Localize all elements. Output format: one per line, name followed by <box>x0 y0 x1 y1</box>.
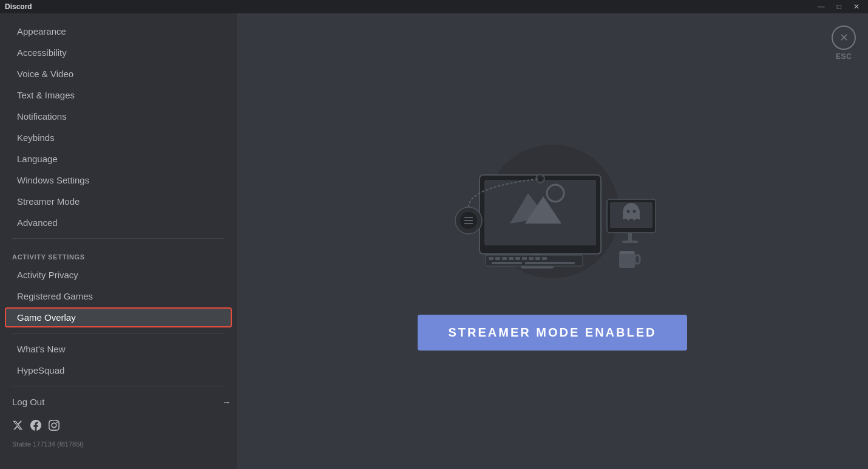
sidebar-item-windows-settings[interactable]: Windows Settings <box>5 170 232 190</box>
svg-rect-13 <box>622 241 638 243</box>
esc-button[interactable]: ✕ ESC <box>832 26 856 61</box>
sidebar: Appearance Accessibility Voice & Video T… <box>0 13 237 469</box>
svg-point-17 <box>628 219 634 225</box>
svg-rect-27 <box>522 257 527 260</box>
svg-rect-39 <box>635 255 640 264</box>
main-content: ✕ ESC <box>237 13 868 469</box>
instagram-icon[interactable] <box>49 420 59 433</box>
esc-circle[interactable]: ✕ <box>832 26 856 50</box>
sidebar-item-appearance[interactable]: Appearance <box>5 21 232 41</box>
close-button[interactable]: ✕ <box>850 2 863 11</box>
sidebar-item-registered-games[interactable]: Registered Games <box>5 286 232 306</box>
svg-point-16 <box>622 219 628 225</box>
svg-rect-12 <box>628 233 632 241</box>
svg-rect-22 <box>489 257 493 260</box>
sidebar-item-activity-privacy[interactable]: Activity Privacy <box>5 265 232 285</box>
svg-rect-31 <box>492 262 522 264</box>
window-controls: — □ ✕ <box>814 2 863 11</box>
sidebar-item-whats-new[interactable]: What's New <box>5 339 232 359</box>
twitter-icon[interactable] <box>12 420 23 433</box>
svg-rect-25 <box>509 257 514 260</box>
logout-button[interactable]: Log Out → <box>0 392 237 412</box>
divider-bottom <box>12 333 225 334</box>
svg-rect-21 <box>486 255 583 266</box>
svg-rect-28 <box>529 257 534 260</box>
logout-icon: → <box>222 397 231 407</box>
svg-rect-29 <box>535 257 540 260</box>
svg-rect-26 <box>515 257 520 260</box>
streamer-illustration <box>431 132 674 290</box>
facebook-icon[interactable] <box>30 420 41 433</box>
app-title: Discord <box>5 2 32 11</box>
sidebar-item-keybinds[interactable]: Keybinds <box>5 128 232 148</box>
svg-rect-24 <box>502 257 507 260</box>
divider-activity <box>12 238 225 239</box>
sidebar-item-advanced[interactable]: Advanced <box>5 213 232 233</box>
svg-rect-40 <box>620 251 634 254</box>
sidebar-item-game-overlay[interactable]: Game Overlay <box>5 307 232 327</box>
svg-rect-30 <box>542 257 547 260</box>
svg-rect-32 <box>525 262 575 264</box>
titlebar: Discord — □ ✕ <box>0 0 868 13</box>
streamer-mode-enabled-button[interactable]: STREAMER MODE ENABLED <box>418 315 687 351</box>
sidebar-item-streamer-mode[interactable]: Streamer Mode <box>5 191 232 211</box>
social-icons-container <box>0 415 237 438</box>
sidebar-item-notifications[interactable]: Notifications <box>5 106 232 126</box>
minimize-button[interactable]: — <box>814 2 829 11</box>
sidebar-item-text-images[interactable]: Text & Images <box>5 85 232 105</box>
maximize-button[interactable]: □ <box>833 2 845 11</box>
esc-label: ESC <box>836 52 852 61</box>
svg-point-18 <box>634 219 640 225</box>
svg-point-20 <box>633 210 636 213</box>
svg-rect-23 <box>495 257 500 260</box>
svg-point-19 <box>627 210 630 213</box>
sidebar-item-voice-video[interactable]: Voice & Video <box>5 64 232 84</box>
activity-settings-label: Activity Settings <box>0 244 237 263</box>
divider-logout <box>12 386 225 386</box>
sidebar-item-accessibility[interactable]: Accessibility <box>5 43 232 63</box>
sidebar-item-language[interactable]: Language <box>5 149 232 169</box>
streamer-illustration-container <box>431 132 674 290</box>
sidebar-item-hypesquad[interactable]: HypeSquad <box>5 360 232 380</box>
app-container: Appearance Accessibility Voice & Video T… <box>0 0 868 469</box>
version-label: Stable 177134 (f81785f) <box>0 438 237 453</box>
